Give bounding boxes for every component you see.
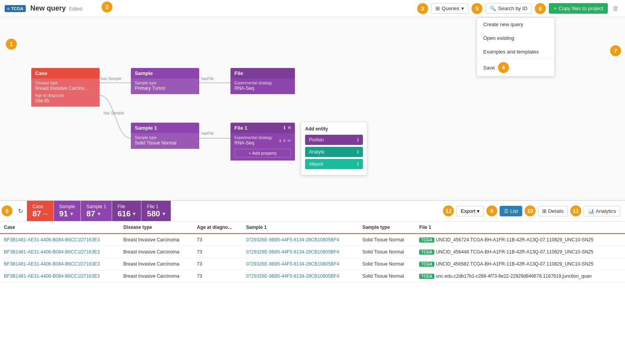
cell-sample1: 0729326E-9B85-44F5-8134-28CB10805BF4 [242,270,358,282]
queries-dropdown-menu: Create new query Open existing Examples … [477,17,555,77]
cell-age: 73 [193,258,242,270]
file-node-header: File [230,68,295,79]
cell-age: 73 [193,234,242,246]
add-entity-title: Add entity [305,126,363,132]
result-tab-sample[interactable]: Sample 91 ▾ [54,201,81,221]
save-item[interactable]: Save [483,65,495,71]
info-aliquot-icon: ℹ [357,161,359,167]
step-badge-9: 9 [486,205,497,216]
sample1-node-header: Sample 1 [131,123,199,133]
col-sample1: Sample 1 [242,221,358,234]
sample-node-header: Sample [131,68,199,79]
edge-label-has-sample: has Sample [101,77,121,81]
page-title: New query [30,4,66,12]
table-row[interactable]: BF3B1481-AE31-4406-B084-B6CC1D7163E3 Bre… [0,270,625,282]
sample1-node[interactable]: Sample 1 Sample type Solid Tissue Normal [131,123,199,149]
entity-portion-item[interactable]: Portion ℹ [305,135,363,145]
edge-label-has-file-bottom: hasFile [201,131,214,136]
add-entity-popup: Add entity Portion ℹ Analyte ℹ Aliquot ℹ [301,122,367,175]
col-file1: File 1 [415,221,625,234]
cell-sample1: 0729326E-9B85-44F5-8134-28CB10805BF4 [242,258,358,270]
result-tab-file1[interactable]: File 1 580 ▾ [141,201,171,221]
col-sample-type: Sample type [358,221,415,234]
add-property-button[interactable]: + Add property [234,149,291,157]
entity-aliquot-item[interactable]: Aliquot ℹ [305,159,363,169]
list-icon: ≡ [7,6,9,11]
table-row[interactable]: BF3B1481-AE31-4406-B084-B6CC1D7163E3 Bre… [0,234,625,246]
chevron-export-icon: ▾ [477,208,480,214]
result-tab-file[interactable]: File 616 ▾ [112,201,141,221]
header: ≡ TCGA New query Edited 2 3 ⊞ Queries ▾ … [0,0,625,17]
edit-prop-icon[interactable]: ✏ [288,138,291,143]
table-body: BF3B1481-AE31-4406-B084-B6CC1D7163E3 Bre… [0,234,625,282]
cell-disease: Breast Invasive Carcinoma [120,246,193,258]
cell-file1: TCGAUNCID_456582.TCGA-BH-A1FR-11B-42R-A1… [415,258,625,270]
cell-sample-type: Solid Tissue Normal [358,258,415,270]
cell-disease: Breast Invasive Carcinoma [120,234,193,246]
tcga-badge: TCGA [419,250,434,255]
result-tab-case[interactable]: Case 87 -- [27,201,54,221]
cell-case: BF3B1481-AE31-4406-B084-B6CC1D7163E3 [0,234,120,246]
cell-file1: TCGAUNCID_456724.TCGA-BH-A1FR-11B-42R-A1… [415,234,625,246]
cell-sample1: 0729326E-9B85-44F5-8134-28CB10805BF4 [242,234,358,246]
analytics-view-button[interactable]: 📊 Analytics [584,206,620,216]
edge-label-has-file-top: hasFile [201,77,214,81]
results-area: 6 ↻ Case 87 -- Sample 91 ▾ [0,201,625,282]
search-icon: 🔍 [490,5,496,11]
data-table: Case Disease type Age at diagno... Sampl… [0,221,625,282]
examples-templates-item[interactable]: Examples and templates [477,45,554,59]
step-badge-1: 1 [6,39,17,50]
refresh-button[interactable]: ↻ [14,207,27,215]
open-existing-item[interactable]: Open existing [477,31,554,45]
sample-node[interactable]: Sample Sample type Primary Tumor [131,68,199,94]
list-view-button[interactable]: ☰ List [500,206,522,216]
step-badge-10: 10 [525,205,536,216]
details-view-icon: ⊞ [542,208,546,214]
col-case: Case [0,221,120,234]
file1-node-header: File 1 ℹ ✕ [230,123,295,133]
entity-analyte-item[interactable]: Analyte ℹ [305,147,363,157]
step-badge-8: 8 [535,3,546,14]
cell-file1: TCGAUNCID_456448.TCGA-BH-A1FR-11B-42R-A1… [415,246,625,258]
cell-disease: Breast Invasive Carcinoma [120,270,193,282]
file1-node[interactable]: File 1 ℹ ✕ Experimental strategy Experim… [230,123,295,161]
delete-prop-icon[interactable]: ✕ [282,138,286,143]
tcga-badge: TCGA [419,274,434,279]
plus-icon: + [554,5,557,11]
file-node[interactable]: File Experimental strategy RNA-Seq [230,68,295,94]
step-badge-6: 6 [2,205,12,216]
table-row[interactable]: BF3B1481-AE31-4406-B084-B6CC1D7163E3 Bre… [0,246,625,258]
copy-files-button[interactable]: + Copy files to project [549,3,608,14]
step-badge-3: 3 [417,3,428,14]
cell-disease: Breast Invasive Carcinoma [120,258,193,270]
queries-dropdown-button[interactable]: ⊞ Queries ▾ [431,3,469,14]
info-portion-icon: ℹ [357,137,359,143]
search-by-id-button[interactable]: 🔍 Search by ID [486,3,532,14]
file-node-body: Experimental strategy RNA-Seq [230,79,295,94]
edge-label-has-sample-2: has Sample [104,111,124,115]
cell-case: BF3B1481-AE31-4406-B084-B6CC1D7163E3 [0,258,120,270]
close-icon[interactable]: ✕ [288,125,291,130]
cell-sample1: 0729326E-9B85-44F5-8134-28CB10805BF4 [242,246,358,258]
cell-sample-type: Solid Tissue Normal [358,270,415,282]
cell-age: 73 [193,246,242,258]
step-badge-4: 4 [498,62,509,73]
tcga-badge: TCGA [419,262,434,267]
col-disease: Disease type [120,221,193,234]
info-icon: ℹ [284,125,285,130]
results-view-controls: 12 Export ▾ 9 ☰ List 10 ⊞ Details 11 📊 A… [438,201,625,221]
header-actions: 3 ⊞ Queries ▾ 5 🔍 Search by ID 8 + Copy … [417,3,620,14]
sample1-node-body: Sample type Solid Tissue Normal [131,133,199,149]
case-node-body: Disease type Breast Invasive Carcino... … [31,79,100,107]
table-row[interactable]: BF3B1481-AE31-4406-B084-B6CC1D7163E3 Bre… [0,258,625,270]
result-tab-sample1[interactable]: Sample 1 87 ▾ [81,201,112,221]
case-node[interactable]: Case Disease type Breast Invasive Carcin… [31,68,100,107]
tcga-badge: TCGA [419,237,434,243]
data-table-container: Case Disease type Age at diagno... Sampl… [0,221,625,282]
delete-button[interactable]: 🗑 [611,4,620,14]
chevron-down-icon: ▾ [461,5,464,11]
export-button[interactable]: Export ▾ [456,206,484,216]
step-badge-2: 2 [102,2,112,12]
details-view-button[interactable]: ⊞ Details [538,206,568,216]
create-new-query-item[interactable]: Create new query [477,18,554,31]
